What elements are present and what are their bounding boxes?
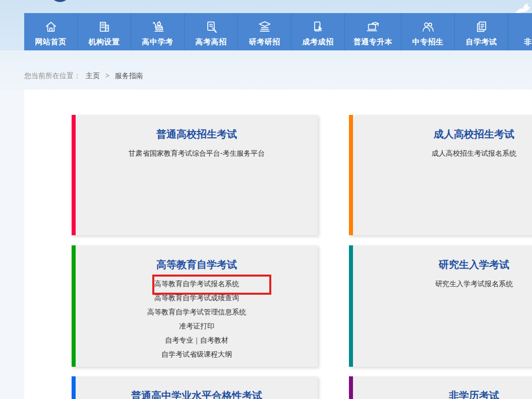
exam-card-3: 高等教育自学考试高等教育自学考试报名系统高等教育自学考试成绩查询高等教育自学考试… bbox=[72, 245, 318, 367]
background-band bbox=[0, 50, 532, 90]
nav-item-label: 非学历考试 bbox=[524, 37, 532, 47]
card-title: 普通高校招生考试 bbox=[76, 127, 318, 141]
nav-item-label: 自学考试 bbox=[466, 37, 497, 47]
card-title: 成人高校招生考试 bbox=[353, 127, 532, 141]
card-link[interactable]: 准考证打印 bbox=[76, 319, 318, 333]
graduation-books-icon bbox=[258, 20, 272, 34]
nav-item-5[interactable]: 研考研招 bbox=[238, 13, 291, 50]
nav-item-label: 高中学考 bbox=[142, 37, 173, 47]
nav-item-label: 机构设置 bbox=[89, 37, 120, 47]
nav-item-6[interactable]: 成考成招 bbox=[291, 13, 345, 50]
laptop-cap-icon bbox=[366, 20, 380, 34]
card-title: 高等教育自学考试 bbox=[76, 257, 318, 272]
card-accent-bar bbox=[349, 376, 353, 399]
card-accent-bar bbox=[72, 115, 76, 235]
people-icon bbox=[421, 20, 435, 34]
card-link[interactable]: 甘肃省国家教育考试综合平台-考生服务平台 bbox=[76, 146, 318, 160]
card-link[interactable]: 研究生入学考试报名系统 bbox=[353, 277, 532, 291]
card-link[interactable]: 自学考试省级课程大纲 bbox=[76, 347, 318, 361]
nav-item-1[interactable]: 网站首页 bbox=[24, 13, 78, 50]
nav-item-label: 中专招生 bbox=[412, 37, 444, 47]
card-title: 非学历考试 bbox=[353, 388, 532, 399]
nav-item-label: 成考成招 bbox=[303, 37, 334, 47]
card-link[interactable]: 高等教育自学考试管理信息系统 bbox=[76, 305, 318, 319]
nav-item-4[interactable]: 高考高招 bbox=[185, 13, 238, 50]
nav-item-2[interactable]: 机构设置 bbox=[78, 13, 131, 50]
breadcrumb-label: 您当前所在位置： bbox=[24, 72, 81, 80]
breadcrumb-home-link[interactable]: 主页 bbox=[86, 72, 100, 80]
nav-item-label: 网站首页 bbox=[35, 37, 67, 47]
exam-card-1: 普通高校招生考试甘肃省国家教育考试综合平台-考生服务平台 bbox=[72, 115, 318, 235]
page: 网站首页机构设置高中学考高考高招研考研招成考成招普通专升本中专招生自学考试非学历… bbox=[0, 0, 532, 399]
cards-panel: 普通高校招生考试甘肃省国家教育考试综合平台-考生服务平台成人高校招生考试成人高校… bbox=[24, 90, 532, 399]
nav-item-9[interactable]: 自学考试 bbox=[455, 13, 508, 50]
organization-icon bbox=[97, 20, 111, 34]
nav-item-3[interactable]: 高中学考 bbox=[131, 13, 185, 50]
card-accent-bar bbox=[349, 245, 353, 367]
home-icon bbox=[44, 20, 58, 34]
book-cursor-icon bbox=[311, 20, 325, 34]
documents-icon bbox=[475, 20, 489, 34]
card-link[interactable]: 成人高校招生考试报名系统 bbox=[353, 146, 532, 160]
breadcrumb-separator: > bbox=[105, 72, 109, 80]
card-accent-bar bbox=[72, 245, 76, 367]
card-accent-bar bbox=[72, 376, 76, 399]
highlight-annotation-box bbox=[152, 275, 271, 295]
breadcrumb: 您当前所在位置： 主页 > 服务指南 bbox=[24, 72, 143, 81]
nav-item-label: 高考高招 bbox=[196, 37, 227, 47]
nav-item-10[interactable]: 非学历考试 bbox=[508, 13, 532, 50]
exam-card-5: 普通高中学业水平合格性考试 bbox=[72, 376, 318, 399]
books-apple-icon bbox=[151, 20, 165, 34]
exam-card-2: 成人高校招生考试成人高校招生考试报名系统 bbox=[349, 115, 532, 235]
exam-card-6: 非学历考试 bbox=[349, 376, 532, 399]
breadcrumb-current-link[interactable]: 服务指南 bbox=[115, 72, 143, 80]
card-accent-bar bbox=[349, 115, 353, 235]
nav-item-7[interactable]: 普通专升本 bbox=[345, 13, 401, 50]
main-nav: 网站首页机构设置高中学考高考高招研考研招成考成招普通专升本中专招生自学考试非学历… bbox=[24, 13, 532, 50]
nav-item-8[interactable]: 中专招生 bbox=[401, 13, 455, 50]
card-title: 研究生入学考试 bbox=[353, 257, 532, 272]
nav-item-label: 普通专升本 bbox=[353, 37, 393, 47]
document-pen-icon bbox=[204, 20, 218, 34]
card-link[interactable]: 自考专业｜自考教材 bbox=[76, 333, 318, 347]
card-title: 普通高中学业水平合格性考试 bbox=[76, 388, 318, 399]
exam-card-4: 研究生入学考试研究生入学考试报名系统 bbox=[349, 245, 532, 367]
nav-item-label: 研考研招 bbox=[249, 37, 280, 47]
